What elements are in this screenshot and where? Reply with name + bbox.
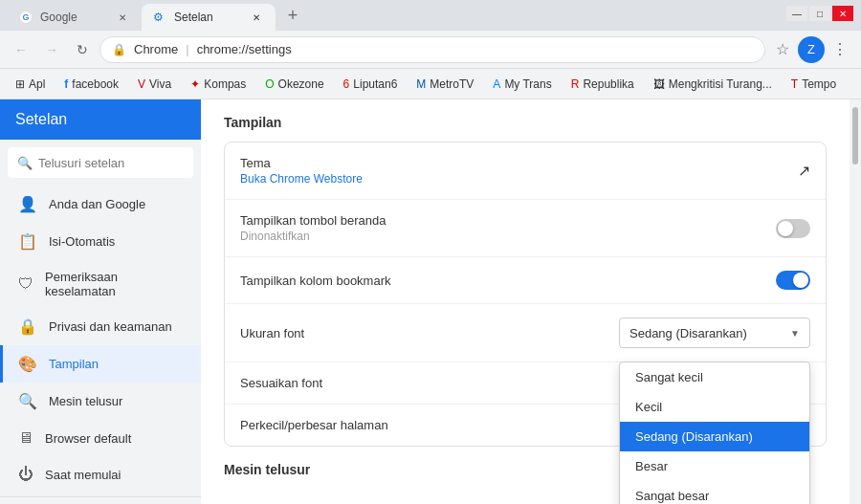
bookmark-tempo[interactable]: T Tempo (784, 75, 844, 94)
ukuran-font-dropdown[interactable]: Sedang (Disarankan) ▼ (619, 318, 810, 348)
scroll-thumb (852, 107, 858, 164)
sidebar-item-browser-default[interactable]: 🖥 Browser default (0, 420, 201, 456)
bookmark-star-button[interactable]: ☆ (769, 36, 796, 63)
apl-icon: ⊞ (15, 77, 25, 91)
nav-right: ☆ Z ⋮ (769, 36, 853, 63)
sidebar-item-mesin-telusur-label: Mesin telusur (49, 394, 122, 408)
search-input[interactable] (8, 147, 193, 178)
new-tab-button[interactable]: + (279, 2, 306, 29)
navbar: ← → ↻ 🔒 Chrome | chrome://settings ☆ Z ⋮ (0, 31, 861, 69)
tab-google-label: Google (40, 11, 77, 24)
viva-icon: V (138, 77, 145, 91)
bookmark-kompas[interactable]: ✦ Kompas (183, 75, 254, 94)
menu-button[interactable]: ⋮ (827, 36, 853, 63)
sidebar: Setelan 🔍 👤 Anda dan Google 📋 Isi-Otomat… (0, 99, 201, 504)
tab-setelan-close[interactable]: ✕ (249, 10, 264, 25)
sidebar-item-anda-google[interactable]: 👤 Anda dan Google (0, 186, 201, 223)
option-besar[interactable]: Besar (620, 451, 809, 481)
right-scrollbar[interactable] (850, 99, 861, 504)
person-icon: 👤 (18, 195, 37, 213)
address-bar[interactable]: 🔒 Chrome | chrome://settings (99, 36, 765, 63)
tab-google-close[interactable]: ✕ (115, 10, 130, 25)
minimize-button[interactable]: — (786, 6, 807, 21)
tema-label: Tema (240, 156, 798, 170)
tema-sublabel[interactable]: Buka Chrome Webstore (240, 172, 798, 186)
option-sedang[interactable]: Sedang (Disarankan) (620, 422, 809, 451)
main-layout: Setelan 🔍 👤 Anda dan Google 📋 Isi-Otomat… (0, 99, 861, 504)
sidebar-item-saat-memulai[interactable]: ⏻ Saat memulai (0, 456, 201, 493)
sidebar-item-tampilan[interactable]: 🎨 Tampilan (0, 345, 201, 383)
sidebar-item-privasi[interactable]: 🔒 Privasi dan keamanan (0, 308, 201, 345)
okezone-icon: O (265, 77, 274, 91)
bookmark-mengkritisi-label: Mengkritisi Turang... (669, 77, 772, 91)
bookmark-apl[interactable]: ⊞ Apl (8, 75, 53, 94)
forward-button[interactable]: → (38, 36, 65, 63)
bookmark-viva-label: Viva (149, 77, 171, 91)
profile-button[interactable]: Z (798, 36, 825, 63)
dropdown-arrow-icon: ▼ (790, 328, 800, 339)
bookmark-mengkritisi[interactable]: 🖼 Mengkritisi Turang... (646, 75, 780, 94)
tab-setelan-label: Setelan (174, 11, 213, 24)
ukuran-font-row: Ukuran font Sedang (Disarankan) ▼ Sangat… (225, 304, 826, 362)
search-icon: 🔍 (17, 156, 33, 170)
tombol-beranda-content: Tampilkan tombol beranda Dinonaktifkan (240, 213, 776, 243)
tempo-icon: T (791, 77, 798, 91)
bookmark-liputan6[interactable]: 6 Liputan6 (336, 75, 406, 94)
lock-icon: 🔒 (112, 43, 126, 56)
monitor-icon: 🖥 (18, 429, 33, 447)
mytrans-icon: A (493, 77, 500, 91)
toggle-knob-off (778, 221, 793, 236)
reload-button[interactable]: ↻ (69, 36, 96, 63)
tab-google[interactable]: G Google ✕ (8, 4, 142, 31)
close-button[interactable]: ✕ (832, 6, 853, 21)
power-icon: ⏻ (18, 466, 33, 483)
back-button[interactable]: ← (8, 36, 34, 63)
sidebar-divider (0, 496, 201, 497)
sidebar-item-browser-default-label: Browser default (45, 431, 131, 446)
bookmark-mytrans[interactable]: A My Trans (485, 75, 559, 94)
sidebar-search-box: 🔍 (0, 140, 201, 186)
lock-icon: 🔒 (18, 318, 37, 336)
bookmark-viva[interactable]: V Viva (130, 75, 179, 94)
sidebar-item-saat-memulai-label: Saat memulai (45, 468, 121, 482)
bookmark-tempo-label: Tempo (802, 77, 836, 91)
maximize-button[interactable]: □ (809, 6, 830, 21)
bookmark-facebook-label: facebook (72, 77, 119, 91)
metrotv-icon: M (416, 77, 426, 91)
facebook-icon: f (64, 77, 68, 91)
tombol-beranda-toggle[interactable] (776, 219, 810, 238)
bookmark-okezone[interactable]: O Okezone (257, 75, 331, 94)
sidebar-item-anda-google-label: Anda dan Google (49, 197, 145, 211)
sidebar-item-pemeriksaan-label: Pemeriksaan keselamatan (45, 270, 186, 298)
option-sangat-besar[interactable]: Sangat besar (620, 481, 809, 504)
tombol-beranda-sublabel: Dinonaktifkan (240, 230, 776, 243)
tombol-beranda-label: Tampilkan tombol beranda (240, 213, 776, 228)
sidebar-item-isi-otomatis[interactable]: 📋 Isi-Otomatis (0, 223, 201, 260)
bookmark-bar-label: Tampilkan kolom bookmark (240, 274, 776, 288)
sidebar-item-mesin-telusur[interactable]: 🔍 Mesin telusur (0, 383, 201, 420)
toggle-knob-on (793, 273, 808, 288)
bookmark-metrotv-label: MetroTV (430, 77, 474, 91)
titlebar: G Google ✕ ⚙ Setelan ✕ + — □ ✕ (0, 0, 861, 31)
bookmark-bar-toggle[interactable] (776, 271, 810, 290)
bookmark-metrotv[interactable]: M MetroTV (408, 75, 481, 94)
republika-icon: R (571, 77, 580, 91)
ukuran-font-selected: Sedang (Disarankan) (629, 326, 747, 340)
bookmark-facebook[interactable]: f facebook (56, 75, 126, 94)
search-engine-icon: 🔍 (18, 392, 37, 410)
bookmark-apl-label: Apl (29, 77, 45, 91)
setelan-favicon: ⚙ (153, 11, 166, 24)
tab-setelan[interactable]: ⚙ Setelan ✕ (142, 4, 276, 31)
bookmark-republika[interactable]: R Republika (563, 75, 642, 94)
palette-icon: 🎨 (18, 355, 37, 373)
tema-external-link-icon[interactable]: ↗ (798, 162, 810, 180)
chrome-label: Chrome (134, 42, 178, 56)
window-controls: — □ ✕ (786, 6, 853, 25)
option-kecil[interactable]: Kecil (620, 392, 809, 422)
sidebar-item-tampilan-label: Tampilan (49, 357, 99, 371)
liputan6-icon: 6 (343, 77, 350, 91)
sidebar-item-privasi-label: Privasi dan keamanan (49, 319, 172, 334)
option-sangat-kecil[interactable]: Sangat kecil (620, 362, 809, 392)
bookmarks-bar: ⊞ Apl f facebook V Viva ✦ Kompas O Okezo… (0, 69, 861, 99)
sidebar-item-pemeriksaan[interactable]: 🛡 Pemeriksaan keselamatan (0, 260, 201, 308)
